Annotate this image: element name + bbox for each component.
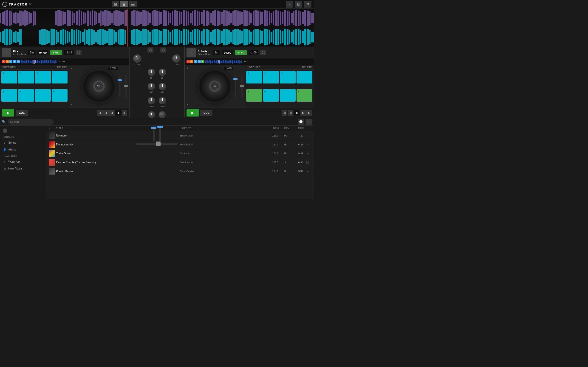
waveform-svg-bottom [0,27,314,47]
deck-right-cue-btn[interactable]: CUE [200,110,212,116]
track-action-4[interactable]: ☑ [304,161,311,164]
mixer-ch-fader-right-handle[interactable] [157,126,163,128]
sidebar-item-artists[interactable]: 👤 Artists [0,146,46,153]
view-btn-grid[interactable]: ⊞ [112,1,119,7]
deck-right-sync-btn[interactable]: SYNC [235,50,247,55]
deck-left-headphone-btn[interactable]: 🎧 [76,50,82,55]
deck-right: ♫ Solaris Achim Funk 2m 94.00 SYNC -1:09… [184,47,314,118]
track-action-1[interactable]: ≡ [304,134,311,137]
mixer-filter-right-indicator [162,113,162,115]
artists-icon: 👤 [3,148,6,151]
track-action-5[interactable]: ≡ [304,169,311,173]
deck-right-pitch-bottom: ▼ [187,103,189,106]
svg-rect-372 [241,61,241,63]
mixer-xfader-handle[interactable] [156,142,161,146]
track-row-1[interactable]: No more Spacetravel 127.0 3A 7:20 ≡ [46,131,314,140]
mixer-hi-left-knob[interactable] [148,69,155,76]
deck-right-play-btn[interactable]: ▶ [187,109,199,117]
deck-right-loop-prev2[interactable]: ◀ [288,110,293,116]
mixer-filter-right-knob[interactable] [159,111,166,118]
deck-left-loop-prev[interactable]: ◀ [103,110,109,116]
deck-left-play-btn[interactable]: ▶ [2,109,14,117]
svg-rect-5 [11,11,12,25]
deck-left-hotcue-6[interactable]: 6 [18,89,34,102]
svg-rect-365 [236,60,236,64]
deck-left-pitch-handle[interactable] [124,85,128,87]
svg-rect-37 [100,10,102,26]
track-row-5[interactable]: Plastic Dance Chris Carrier 124.0 2A 5:5… [46,167,314,176]
volume-icon-btn[interactable]: 🔊 [295,1,302,8]
deck-right-hotcue-5[interactable]: 5 [246,89,262,102]
track-bpm-3: 120.0 [262,152,278,155]
deck-right-hotcue-3[interactable]: 3 [280,71,296,83]
svg-rect-167 [97,30,99,44]
deck-left-info: ♫ Pils Achim Funk 7m 94.00 SYNC -1:44 🎧 [0,47,129,58]
deck-left-hotcue-8[interactable]: 8 [52,89,68,102]
view-btn-list[interactable]: ▬ [129,1,137,7]
library-list-btn[interactable]: ≡ [305,119,312,125]
waveform-svg-top [0,9,314,27]
deck-left-hotcue-3[interactable]: 3 [35,71,51,83]
deck-right-hotcue-6[interactable]: 6 [263,89,279,102]
mixer-low-right-knob[interactable] [159,97,166,104]
svg-rect-246 [280,30,281,44]
deck-left-loop-rewind[interactable]: ◀ [109,110,115,116]
deck-left-loop-prev-prev[interactable]: ◀ [97,110,103,116]
col-bpm-header[interactable]: BPM ↓ [265,127,281,130]
track-action-2[interactable]: ≡ [304,143,311,146]
sidebar-item-warmup[interactable]: ≡ Warm Up [0,158,46,165]
deck-left-sync-btn[interactable]: SYNC [50,50,62,55]
track-row-4[interactable]: Eau de Chanté (Tuccilo Rework) Delicious… [46,158,314,167]
mixer-gain-left-knob[interactable] [133,54,141,63]
deck-right-track-info: Solaris Achim Funk [198,50,211,56]
deck-right-delete-btn[interactable]: DELETE [302,66,312,69]
deck-left-hotcue-4[interactable]: 4 [52,71,68,83]
deck-left-cue-btn[interactable]: CUE [16,110,28,116]
deck-right-pitch-handle[interactable] [240,85,244,87]
waveform-area [0,9,314,47]
deck-right-channel-fader-handle[interactable] [233,78,237,80]
deck-left-hotcue-1[interactable]: 1 [1,71,17,83]
search-input[interactable] [8,119,53,125]
track-row-3[interactable]: Turtle Gone Dimbiman 120.0 8B 9:32 ≡ [46,149,314,158]
deck-right-hotcue-8[interactable]: 8 [296,89,312,102]
deck-right-hotcue-7[interactable]: 7 [280,89,296,102]
sidebar-item-new-playlist[interactable]: ⊕ New Playlist [0,165,46,172]
mixer-low-row: LOW LOW [130,95,184,109]
mixer-ch-fader-left-handle[interactable] [151,127,156,129]
mixer-hi-right-knob[interactable] [159,69,166,76]
deck-left-channel-fader-handle[interactable] [118,79,122,81]
deck-right-hotcue-1[interactable]: 1 [246,71,262,83]
mixer-low-left-knob[interactable] [148,97,155,104]
svg-rect-323 [207,60,207,64]
deck-right-hotcue-2[interactable]: 2 [263,71,279,83]
mixer-mid-right-knob[interactable] [159,83,166,90]
deck-right-headphone-btn[interactable]: 🎧 [260,50,266,55]
mixer-headphone-right[interactable]: 🎧 [160,48,166,52]
settings-icon-btn[interactable]: N [304,1,311,8]
deck-right-loop-fwd2[interactable]: ▶ [306,110,312,116]
mixer-headphone-left[interactable]: 🎧 [147,48,153,52]
view-btn-split[interactable]: ⊟ [120,1,128,7]
track-action-3[interactable]: ≡ [304,152,311,155]
mixer-mid-left-knob[interactable] [148,83,155,90]
mixer-filter-left-knob[interactable] [148,111,155,118]
search-icon-btn[interactable]: 🔍 [2,120,6,124]
deck-right-loop-prev[interactable]: ◀ [282,110,287,116]
music-icon-btn[interactable]: ♪ [286,1,293,8]
deck-right-turntable[interactable]: SOUL LIVE [198,69,232,103]
svg-rect-18 [57,10,60,26]
sidebar-item-songs[interactable]: ♪ Songs [0,139,46,146]
deck-right-hotcue-4[interactable]: 4 [296,71,312,83]
deck-left-delete-btn[interactable]: DELETE [57,66,67,69]
mixer-gain-right-knob[interactable] [172,54,181,63]
track-row-2[interactable]: Dognosematic Soulphiction 124.0 2B 6:23 … [46,140,314,149]
deck-left-loop-fwd[interactable]: ▶ [122,110,127,116]
deck-left-turntable[interactable]: ♫ [82,69,116,103]
deck-left-hotcue-2[interactable]: 2 [18,71,34,83]
library-browse-btn[interactable]: 🕐 [298,119,304,125]
deck-right-loop-fwd[interactable]: ▶ [300,110,306,116]
deck-left-hotcue-5[interactable]: 5 [1,89,17,102]
track-key-1: 3A [279,134,291,137]
deck-left-hotcue-7[interactable]: 7 [35,89,51,102]
